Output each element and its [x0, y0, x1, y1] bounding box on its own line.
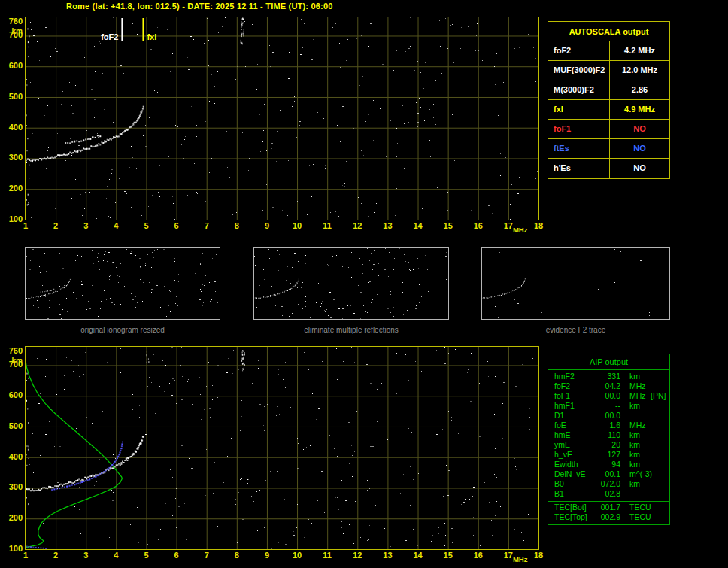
x-axis-tick-label: 10	[289, 551, 305, 560]
x-axis-tick-label: 4	[108, 551, 124, 560]
x-axis-tick-label: 5	[138, 551, 154, 560]
y-axis-tick-label: 300	[2, 483, 23, 491]
param-extra	[649, 440, 669, 450]
y-axis-tick-label: 500	[2, 93, 23, 101]
autoscala-row-fof1: foF1 NO	[548, 120, 669, 139]
x-axis-tick-label: 13	[379, 551, 396, 560]
ionogram-canvas: foF2fxI	[26, 17, 538, 220]
marker-label-fxI: fxI	[147, 32, 156, 41]
param-unit: MHz	[620, 391, 649, 401]
param-extra	[649, 372, 669, 381]
y-axis-tick-label: 200	[2, 514, 23, 522]
param-label: fxI	[548, 100, 610, 119]
aip-row-ewidth: Ewidth 94 km	[548, 460, 669, 469]
param-unit: km	[620, 450, 649, 460]
param-extra	[649, 411, 669, 421]
param-label: hmE	[554, 430, 596, 440]
aip-row-hve: h_vE 127 km	[548, 450, 669, 460]
x-axis-tick-label: 5	[138, 222, 154, 230]
param-label: B1	[554, 489, 596, 499]
x-axis-tick-label: 15	[440, 222, 457, 230]
aip-row-fof2: foF2 04.2 MHz	[548, 381, 669, 391]
param-unit: MHz	[620, 421, 649, 430]
param-unit: km	[620, 440, 649, 450]
param-label: foF1	[548, 120, 610, 138]
param-unit: km	[620, 460, 649, 469]
param-extra	[649, 421, 669, 430]
param-extra	[649, 430, 669, 440]
param-label: TEC[Top]	[554, 512, 596, 522]
x-axis-tick-label: 8	[229, 551, 245, 560]
x-axis-tick-label: 7	[199, 551, 215, 560]
autoscala-output-table: AUTOSCALA output foF2 4.2 MHz MUF(3000)F…	[548, 21, 670, 179]
param-label: TEC[Bot]	[554, 503, 596, 512]
aip-row-foe: foE 1.6 MHz	[548, 421, 669, 430]
param-label: M(3000)F2	[548, 80, 610, 99]
x-axis-tick-label: 12	[349, 222, 366, 230]
param-label: hmF2	[554, 372, 596, 381]
y-axis-unit-label: km	[2, 357, 23, 365]
aip-table-body: hmF2 331 km foF2 04.2 MHz foF1 00.0 MHz …	[548, 370, 669, 522]
x-axis-tick-label: 13	[379, 222, 396, 230]
autoscala-row-ftes: ftEs NO	[548, 139, 669, 159]
x-axis-unit-label: MHz	[513, 555, 528, 563]
x-axis-tick-label: 3	[77, 222, 94, 230]
aip-output-table: AIP output hmF2 331 km foF2 04.2 MHz foF…	[548, 354, 670, 525]
param-unit: km	[620, 401, 649, 411]
param-extra	[649, 450, 669, 460]
param-label: foE	[554, 421, 596, 430]
param-value: --	[596, 401, 620, 411]
aip-row-hme: hmE 110 km	[548, 430, 669, 440]
aip-row-delnve: DelN_vE 00.1 m^(-3)	[548, 469, 669, 479]
param-label: foF2	[548, 41, 610, 60]
param-value: 110	[596, 430, 620, 440]
param-value: 127	[596, 450, 620, 460]
param-value: 2.86	[610, 80, 669, 99]
aip-ionogram-canvas	[26, 347, 538, 549]
x-axis-tick-label: 2	[47, 551, 64, 560]
aip-row-d1: D1 00.0	[548, 411, 669, 421]
x-axis-tick-label: 14	[410, 222, 426, 230]
x-axis-tick-label: 16	[470, 222, 487, 230]
x-axis-tick-label: 4	[108, 222, 124, 230]
param-label: DelN_vE	[554, 469, 596, 479]
autoscala-row-m3000f2: M(3000)F2 2.86	[548, 80, 669, 100]
y-axis-tick-label: 300	[2, 153, 23, 162]
param-value: NO	[610, 139, 669, 158]
x-axis-tick-label: 11	[319, 222, 335, 230]
x-axis-tick-label: 18	[530, 222, 547, 230]
x-axis-unit-label: MHz	[513, 226, 528, 234]
param-value: NO	[610, 159, 669, 178]
param-extra	[649, 401, 669, 411]
param-value: 00.0	[596, 391, 620, 401]
param-label: h'Es	[548, 159, 610, 178]
thumbnail-caption: eliminate multiple reflections	[253, 326, 449, 334]
aip-ionogram-plot: 760700600500400300200100km12345678910111…	[25, 346, 539, 550]
param-value: 00.1	[596, 469, 620, 479]
autoscala-row-muf3000f2: MUF(3000)F2 12.0 MHz	[548, 61, 669, 80]
thumbnail-canvas	[254, 248, 448, 319]
param-extra	[649, 381, 669, 391]
x-axis-tick-label: 9	[259, 551, 275, 560]
aip-row-b0: B0 072.0 km	[548, 479, 669, 489]
y-axis-tick-label: 760	[2, 17, 23, 26]
param-label: D1	[554, 411, 596, 421]
param-value: 002.9	[596, 512, 620, 522]
autoscala-screen: Rome (lat: +41.8, lon: 012.5) - DATE: 20…	[0, 0, 728, 568]
param-label: B0	[554, 479, 596, 489]
param-unit: km	[620, 430, 649, 440]
param-label: hmF1	[554, 401, 596, 411]
thumbnail-caption: evidence F2 trace	[481, 326, 670, 334]
thumbnail-eliminate-reflections	[253, 247, 449, 320]
x-axis-tick-label: 15	[440, 551, 457, 560]
aip-row-yme: ymE 20 km	[548, 440, 669, 450]
thumbnail-canvas	[26, 248, 220, 319]
x-axis-tick-label: 3	[77, 551, 94, 560]
thumbnail-evidence-f2-trace	[481, 247, 670, 320]
param-value: 001.7	[596, 503, 620, 512]
param-unit	[620, 489, 649, 499]
x-axis-tick-label: 14	[410, 551, 426, 560]
param-value: 072.0	[596, 479, 620, 489]
x-axis-tick-label: 2	[47, 222, 64, 230]
autoscala-row-hes: h'Es NO	[548, 159, 669, 178]
